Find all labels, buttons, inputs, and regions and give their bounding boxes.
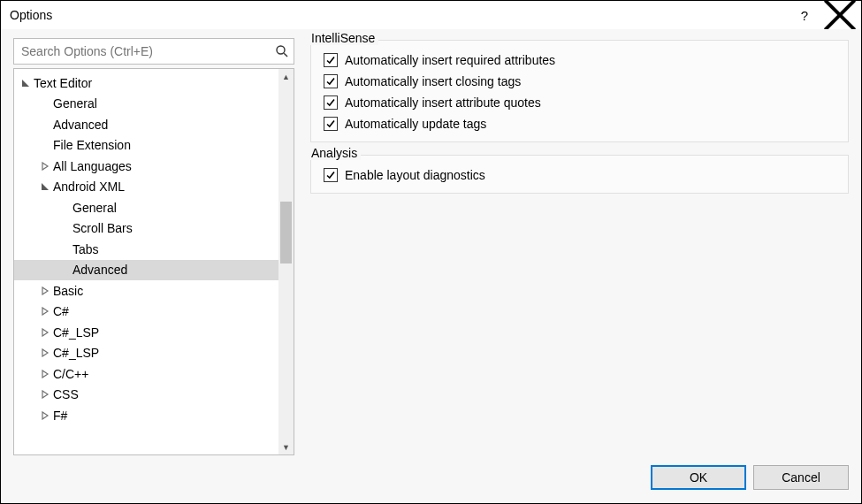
checkbox[interactable] [324, 74, 338, 88]
tree-item-css[interactable]: CSS [14, 385, 278, 406]
checkbox-row-automatically-insert-closing-tags[interactable]: Automatically insert closing tags [324, 74, 835, 88]
tree-item-label: Text Editor [34, 76, 92, 90]
search-wrap [13, 38, 294, 65]
tree-item-label: Advanced [53, 118, 108, 132]
tree-item-general[interactable]: General [14, 94, 278, 115]
dialog-body: Text EditorGeneralAdvancedFile Extension… [1, 29, 861, 503]
chevron-collapsed-icon[interactable] [39, 411, 51, 420]
tree-item-advanced[interactable]: Advanced [14, 260, 278, 281]
close-icon[interactable] [822, 3, 858, 27]
checkbox[interactable] [324, 53, 338, 67]
chevron-collapsed-icon[interactable] [39, 307, 51, 316]
tree-item-label: C/C++ [53, 367, 88, 381]
tree-item-file-extension[interactable]: File Extension [14, 135, 278, 157]
tree-item-f[interactable]: F# [14, 405, 278, 426]
dialog-footer: OK Cancel [13, 455, 849, 491]
intellisense-group-label: IntelliSense [309, 31, 378, 45]
chevron-expanded-icon[interactable] [19, 79, 32, 88]
chevron-collapsed-icon[interactable] [39, 328, 51, 337]
checkbox[interactable] [324, 168, 338, 182]
checkbox-label: Automatically insert closing tags [345, 74, 521, 88]
tree-item-c-lsp[interactable]: C#_LSP [14, 322, 278, 343]
analysis-group-label: Analysis [309, 146, 361, 160]
tree-item-android-xml[interactable]: Android XML [14, 177, 278, 198]
checkbox-label: Enable layout diagnostics [345, 168, 485, 182]
tree-item-advanced[interactable]: Advanced [14, 114, 278, 135]
chevron-collapsed-icon[interactable] [39, 286, 51, 295]
tree-item-label: Android XML [53, 179, 125, 194]
chevron-collapsed-icon[interactable] [39, 348, 51, 357]
tree-item-all-languages[interactable]: All Languages [14, 156, 278, 177]
tree-item-c-lsp[interactable]: C#_LSP [14, 343, 278, 364]
svg-point-2 [277, 46, 285, 54]
tree-item-label: General [72, 201, 117, 215]
tree-item-tabs[interactable]: Tabs [14, 239, 278, 260]
tree-item-scroll-bars[interactable]: Scroll Bars [14, 218, 278, 240]
tree-item-label: Scroll Bars [72, 221, 133, 235]
scroll-down-icon[interactable]: ▼ [278, 439, 294, 454]
titlebar: Options ? [1, 1, 861, 29]
tree-item-general[interactable]: General [14, 197, 278, 218]
left-panel: Text EditorGeneralAdvancedFile Extension… [13, 38, 294, 455]
search-input[interactable] [13, 38, 294, 65]
chevron-collapsed-icon[interactable] [39, 370, 51, 378]
tree-item-label: Tabs [72, 242, 99, 256]
checkbox-label: Automatically insert attribute quotes [345, 95, 541, 110]
chevron-collapsed-icon[interactable] [39, 162, 51, 171]
tree-item-label: All Languages [53, 159, 132, 173]
chevron-expanded-icon[interactable] [39, 182, 51, 191]
tree-item-label: CSS [53, 387, 79, 401]
tree-item-label: General [53, 96, 97, 111]
tree-scrollbar[interactable]: ▲ ▼ [278, 69, 294, 454]
scroll-up-icon[interactable]: ▲ [278, 69, 294, 84]
checkbox[interactable] [324, 95, 338, 110]
checkbox-row-automatically-insert-required-attributes[interactable]: Automatically insert required attributes [324, 53, 835, 67]
tree-item-c-c[interactable]: C/C++ [14, 363, 278, 385]
tree-item-basic[interactable]: Basic [14, 280, 278, 302]
intellisense-group: IntelliSense Automatically insert requir… [310, 40, 849, 142]
right-panel: IntelliSense Automatically insert requir… [310, 38, 849, 455]
ok-button[interactable]: OK [651, 465, 746, 490]
tree-item-label: F# [53, 409, 67, 423]
checkbox-label: Automatically update tags [345, 117, 486, 131]
checkbox[interactable] [324, 117, 338, 131]
help-icon[interactable]: ? [787, 3, 822, 27]
tree-item-text-editor[interactable]: Text Editor [14, 73, 278, 94]
tree-item-label: C#_LSP [53, 325, 99, 340]
chevron-collapsed-icon[interactable] [39, 390, 51, 399]
tree-item-label: File Extension [53, 138, 131, 152]
cancel-button[interactable]: Cancel [753, 465, 849, 490]
window-title: Options [10, 8, 787, 22]
tree-item-label: C#_LSP [53, 346, 99, 360]
checkbox-label: Automatically insert required attributes [345, 53, 555, 67]
options-tree: Text EditorGeneralAdvancedFile Extension… [13, 68, 294, 455]
tree-item-label: Advanced [72, 263, 127, 277]
analysis-group: Analysis Enable layout diagnostics [310, 155, 849, 194]
checkbox-row-automatically-insert-attribute-quotes[interactable]: Automatically insert attribute quotes [324, 95, 835, 110]
checkbox-row-enable-layout-diagnostics[interactable]: Enable layout diagnostics [324, 168, 835, 182]
scroll-thumb[interactable] [280, 202, 292, 263]
tree-item-label: C# [53, 304, 69, 318]
tree-item-c[interactable]: C# [14, 302, 278, 323]
checkbox-row-automatically-update-tags[interactable]: Automatically update tags [324, 117, 835, 131]
tree-item-label: Basic [53, 284, 83, 298]
search-icon[interactable] [275, 44, 289, 58]
svg-line-3 [284, 53, 287, 57]
